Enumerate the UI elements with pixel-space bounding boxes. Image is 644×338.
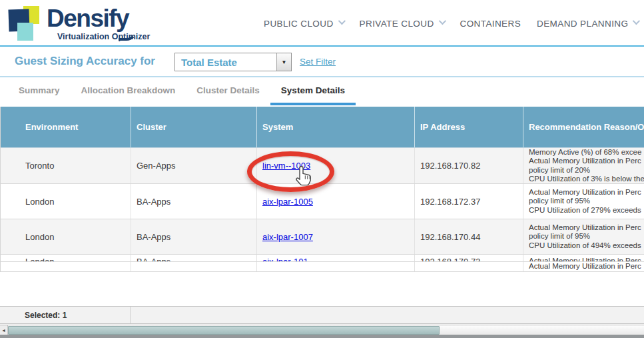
set-filter-link[interactable]: Set Filter — [300, 57, 336, 67]
densify-logo-mark-icon — [5, 5, 44, 43]
cell-environment: London — [1, 255, 131, 261]
cell-environment — [1, 262, 131, 271]
cell-system: aix-lpar-101 — [257, 255, 415, 261]
cell-cluster — [131, 262, 257, 271]
nav-demand-planning[interactable]: DEMAND PLANNING — [537, 19, 638, 29]
system-details-table: Environment Cluster System IP Address Re… — [0, 107, 644, 272]
cell-ip-address: 192.168.172.37 — [415, 184, 523, 219]
cell-system — [257, 262, 415, 271]
scope-selector-value: Total Estate — [175, 57, 276, 68]
nav-private-cloud[interactable]: PRIVATE CLOUD — [360, 19, 444, 29]
densify-app-window: Densify Virtualization Optimizer PUBLIC … — [0, 0, 644, 338]
cell-cluster: Gen-Apps — [131, 148, 257, 183]
system-link[interactable]: aix-lpar-1007 — [262, 232, 313, 242]
table-row[interactable]: London BA-Apps aix-lpar-101 192.168.170.… — [1, 255, 644, 262]
cell-environment: London — [1, 219, 131, 254]
nav-public-cloud-label: PUBLIC CLOUD — [264, 19, 334, 29]
densify-logo[interactable]: Densify Virtualization Optimizer — [5, 3, 145, 43]
tab-allocation-breakdown[interactable]: Allocation Breakdown — [71, 77, 186, 105]
table-row[interactable]: Actual Memory Utilization in Perc — [1, 262, 644, 272]
nav-containers-label: CONTAINERS — [460, 19, 521, 29]
scroll-left-arrow-icon[interactable]: ◄ — [0, 325, 8, 335]
tab-cluster-details[interactable]: Cluster Details — [186, 77, 270, 105]
cell-cluster: BA-Apps — [131, 184, 257, 219]
report-tabs: Summary Allocation Breakdown Cluster Det… — [8, 77, 356, 105]
nav-private-cloud-label: PRIVATE CLOUD — [360, 19, 434, 29]
table-row[interactable]: London BA-Apps aix-lpar-1005 192.168.172… — [1, 184, 644, 219]
nav-demand-planning-label: DEMAND PLANNING — [537, 19, 628, 29]
chevron-down-icon — [438, 17, 446, 25]
column-header-cluster[interactable]: Cluster — [131, 107, 257, 147]
selected-count-label: Selected: 1 — [0, 307, 131, 323]
tab-summary[interactable]: Summary — [8, 77, 71, 105]
cell-system: aix-lpar-1005 — [257, 184, 415, 219]
report-toolbar: Guest Sizing Accuracy for Total Estate ▼… — [0, 47, 644, 77]
cell-recommendation: Actual Memory Utilization in Perc policy… — [523, 255, 644, 261]
logo-teal-square — [17, 23, 33, 41]
cell-recommendation: Actual Memory Utilization in Perc policy… — [523, 219, 644, 254]
chevron-down-icon — [633, 17, 640, 25]
column-header-environment[interactable]: Environment — [1, 107, 131, 147]
system-link[interactable]: aix-lpar-101 — [262, 257, 308, 261]
page-title: Guest Sizing Accuracy for — [15, 55, 155, 68]
brand-name: Densify — [47, 5, 129, 33]
cell-recommendation: Actual Memory Utilization in Perc — [523, 262, 644, 271]
cell-environment: London — [1, 184, 131, 219]
table-row[interactable]: London BA-Apps aix-lpar-1007 192.168.170… — [1, 219, 644, 255]
table-header-row: Environment Cluster System IP Address Re… — [1, 107, 644, 148]
table-row[interactable]: Toronto Gen-Apps lin-vm--1003 192.168.17… — [1, 148, 644, 184]
cell-cluster: BA-Apps — [131, 219, 257, 254]
cell-recommendation: Memory Active (%) of 68% excee Actual Me… — [523, 148, 644, 183]
nav-containers[interactable]: CONTAINERS — [460, 19, 521, 29]
main-nav: PUBLIC CLOUD PRIVATE CLOUD CONTAINERS DE… — [264, 0, 638, 47]
horizontal-scrollbar-thumb[interactable] — [8, 326, 440, 335]
top-header: Densify Virtualization Optimizer PUBLIC … — [0, 0, 644, 47]
window-bottom-edge — [0, 335, 644, 338]
cell-ip-address: 192.168.170.82 — [415, 148, 523, 183]
column-header-recommendation[interactable]: Recommendation Reason/Obse — [523, 107, 644, 147]
status-bar: Selected: 1 — [0, 306, 644, 324]
cell-ip-address — [415, 262, 523, 271]
cell-ip-address: 192.168.170.44 — [415, 219, 523, 254]
horizontal-scrollbar[interactable]: ◄ — [0, 325, 644, 335]
dropdown-arrow-icon[interactable]: ▼ — [276, 53, 291, 71]
chevron-down-icon — [338, 17, 345, 25]
system-link[interactable]: lin-vm--1003 — [262, 161, 310, 171]
table-body: Toronto Gen-Apps lin-vm--1003 192.168.17… — [1, 148, 644, 272]
scope-selector-dropdown[interactable]: Total Estate ▼ — [174, 53, 292, 71]
column-header-ip-address[interactable]: IP Address — [415, 107, 523, 147]
cell-system: aix-lpar-1007 — [257, 219, 415, 254]
cell-system: lin-vm--1003 — [257, 148, 415, 183]
cell-recommendation: Actual Memory Utilization in Perc policy… — [523, 184, 644, 219]
column-header-system[interactable]: System — [257, 107, 415, 147]
cell-cluster: BA-Apps — [131, 255, 257, 261]
tab-system-details[interactable]: System Details — [270, 77, 356, 105]
cell-ip-address: 192.168.170.73 — [415, 255, 523, 261]
system-link[interactable]: aix-lpar-1005 — [262, 197, 313, 207]
cell-environment: Toronto — [1, 148, 131, 183]
nav-public-cloud[interactable]: PUBLIC CLOUD — [264, 19, 344, 29]
